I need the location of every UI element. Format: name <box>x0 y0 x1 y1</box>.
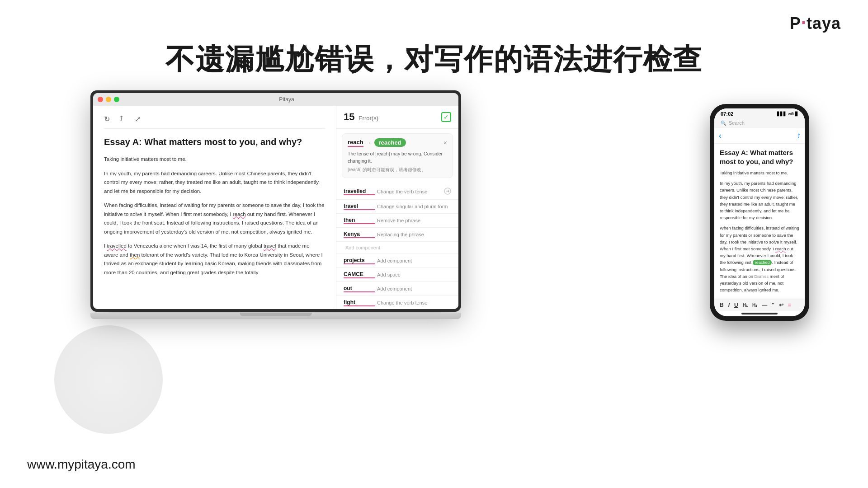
phone-time: 07:02 <box>721 111 733 117</box>
error-action: Add component <box>377 286 412 291</box>
error-action: Add component <box>377 258 412 263</box>
error-item-camce[interactable]: CAMCE Add space <box>336 268 458 282</box>
phone-para-3: When facing difficulties, instead of wai… <box>720 225 799 293</box>
laptop-screen: Pitaya ↻ ⤴ ⤢ Essay A: What matters most … <box>93 93 458 309</box>
phone-reached-highlight[interactable]: reached <box>753 260 772 265</box>
error-word: Kenya <box>344 231 375 238</box>
phone-body: 07:02 ▋▋▋ wifi ▊ 🔍 Search ‹ ⤴ Essay A: W… <box>710 104 809 321</box>
error-action: Remove the phrase <box>377 218 420 223</box>
paragraph-4: I travelled to Venezuela alone when I wa… <box>104 242 325 277</box>
phone-highlight-wrapper: reached <box>751 260 772 265</box>
phone-error-reach: reach <box>775 246 786 251</box>
website-url: www.mypitaya.com <box>27 457 136 472</box>
panel-header: 15 Error(s) ✓ <box>336 106 458 129</box>
paragraph-2: In my youth, my parents had demanding ca… <box>104 169 325 196</box>
error-item-fight[interactable]: fight Change the verb tense <box>336 296 458 310</box>
error-word: travel <box>344 203 375 210</box>
error-travelled: travelled <box>107 243 126 249</box>
phone-essay-title: Essay A: What matters most to you, and w… <box>720 148 799 166</box>
error-word: out <box>344 285 375 292</box>
original-word: reach <box>348 139 363 147</box>
error-item-then[interactable]: then Remove the phrase <box>336 214 458 228</box>
error-item-out[interactable]: out Add component <box>336 282 458 296</box>
laptop-mockup: Pitaya ↻ ⤴ ⤢ Essay A: What matters most … <box>90 90 461 325</box>
window-title: Pitaya <box>119 96 454 103</box>
editor-pane[interactable]: ↻ ⤴ ⤢ Essay A: What matters most to you,… <box>93 106 336 309</box>
phone-mockup: 07:02 ▋▋▋ wifi ▊ 🔍 Search ‹ ⤴ Essay A: W… <box>710 104 809 321</box>
laptop-titlebar: Pitaya <box>93 93 458 106</box>
corrected-word[interactable]: reached <box>374 138 406 147</box>
editor-toolbar: ↻ ⤴ ⤢ <box>104 115 325 129</box>
check-icon[interactable]: ✓ <box>441 112 451 122</box>
essay-title: Essay A: What matters most to you, and w… <box>104 136 325 148</box>
error-word: CAMCE <box>344 271 375 278</box>
expand-icon[interactable]: ⤢ <box>135 115 144 124</box>
error-action: Change singular and plural form <box>377 204 448 209</box>
correction-card: reach → reached × The tense of [reach] m… <box>342 133 453 178</box>
bold-button[interactable]: B <box>720 302 724 308</box>
error-item-kenya[interactable]: Kenya Replacing the phrase <box>336 228 458 242</box>
share-icon[interactable]: ⤴ <box>119 115 128 124</box>
error-reach: reach <box>233 211 246 217</box>
paragraph-3: When facing difficulties, instead of wai… <box>104 201 325 236</box>
phone-statusbar: 07:02 ▋▋▋ wifi ▊ <box>714 108 805 118</box>
battery-icon: ▊ <box>795 112 798 116</box>
laptop-body: Pitaya ↻ ⤴ ⤢ Essay A: What matters most … <box>90 90 461 312</box>
app-logo: P·taya <box>790 13 841 33</box>
traffic-lights <box>98 97 119 102</box>
back-button[interactable]: ‹ <box>719 131 722 141</box>
share-button[interactable]: ⤴ <box>797 132 800 140</box>
home-indicator <box>741 313 778 314</box>
grammar-panel: 15 Error(s) ✓ reach → reached × T <box>336 106 458 309</box>
h2-button[interactable]: H₂ <box>752 303 757 308</box>
error-action: Replacing the phrase <box>377 232 424 237</box>
refresh-icon[interactable]: ↻ <box>104 115 113 124</box>
correction-row: reach → reached × <box>348 138 447 147</box>
error-count-label: Error(s) <box>359 115 378 122</box>
correction-description-cn: [reach] 的时态可能有误，请考虑修改。 <box>348 167 447 173</box>
logo-dot: · <box>801 13 807 33</box>
error-counter: 15 Error(s) <box>344 111 378 123</box>
undo-button[interactable]: ↩ <box>779 302 783 308</box>
h1-button[interactable]: H₁ <box>743 303 748 308</box>
phone-nav: ‹ ⤴ <box>714 128 805 144</box>
paragraph-1: Taking initiative matters most to me. <box>104 155 325 164</box>
laptop-content-area: ↻ ⤴ ⤢ Essay A: What matters most to you,… <box>93 106 458 309</box>
error-count-number: 15 <box>344 111 354 122</box>
close-correction-button[interactable]: × <box>443 139 447 146</box>
error-action: Add component <box>345 245 380 250</box>
underline-button[interactable]: U <box>734 302 738 308</box>
phone-search-text: Search <box>729 120 745 126</box>
list-button[interactable]: ≡ <box>788 302 791 308</box>
wifi-icon: wifi <box>788 112 794 116</box>
error-travel: travel <box>264 243 276 249</box>
maximize-button[interactable] <box>114 97 119 102</box>
correction-description-en: The tense of [reach] may be wrong. Consi… <box>348 150 447 165</box>
phone-status-icons: ▋▋▋ wifi ▊ <box>777 112 798 116</box>
phone-dismiss-btn[interactable]: Dismiss <box>755 274 769 279</box>
minimize-button[interactable] <box>106 97 111 102</box>
phone-formatting-toolbar: B I U H₁ H₂ — " ↩ ≡ <box>714 299 805 311</box>
signal-icon: ▋▋▋ <box>777 112 787 116</box>
correction-arrow: → <box>366 140 372 146</box>
italic-button[interactable]: I <box>728 302 730 308</box>
decorative-circle <box>54 325 163 434</box>
error-action: Add space <box>377 272 401 277</box>
laptop-notch <box>240 313 312 316</box>
error-item-projects[interactable]: projects Add component <box>336 254 458 268</box>
close-button[interactable] <box>98 97 103 102</box>
error-item-travelled[interactable]: travelled Change the verb tense <box>336 184 458 200</box>
error-item-travel[interactable]: travel Change singular and plural form <box>336 200 458 214</box>
quote-button[interactable]: " <box>772 302 774 308</box>
error-word: projects <box>344 257 375 264</box>
error-action: Change the verb tense <box>377 300 427 305</box>
error-then: then <box>130 252 140 258</box>
error-word: travelled <box>344 188 375 195</box>
error-item-icon <box>444 188 451 196</box>
essay-body: Taking initiative matters most to me. In… <box>104 155 325 277</box>
error-item-placeholder[interactable]: Add component <box>336 242 458 254</box>
divider-button[interactable]: — <box>762 302 767 308</box>
error-list: travelled Change the verb tense travel C… <box>336 183 458 310</box>
phone-para-2: In my youth, my parents had demanding ca… <box>720 180 799 221</box>
phone-content: Essay A: What matters most to you, and w… <box>714 144 805 299</box>
